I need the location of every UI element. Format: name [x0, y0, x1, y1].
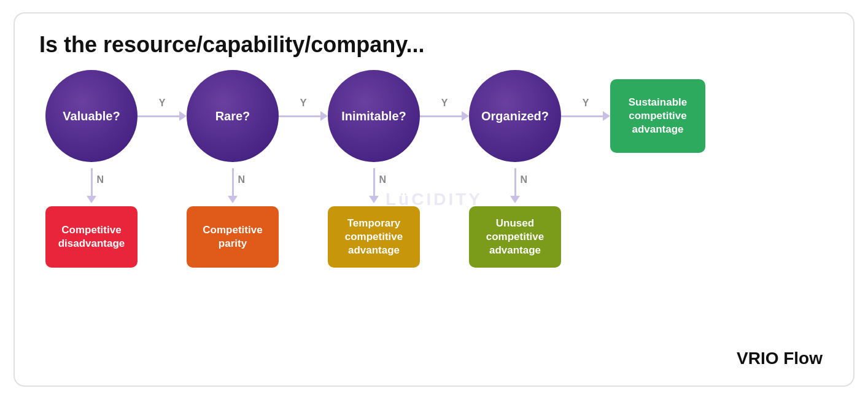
- vrio-card: LüCIDITY Is the resource/capability/comp…: [14, 12, 854, 387]
- outcome-temporary-competitive-advantage: Temporary competitive advantage: [328, 206, 420, 268]
- node-valuable: Valuable?: [45, 70, 138, 162]
- y-label-1: Y: [159, 98, 166, 109]
- n-label-4: N: [521, 174, 528, 185]
- connector-organized-sustainable: Y: [561, 111, 610, 121]
- node-rare: Rare?: [187, 70, 279, 162]
- outcome-competitive-disadvantage: Competitive disadvantage: [45, 206, 138, 268]
- page-title: Is the resource/capability/company...: [39, 32, 829, 58]
- connector-inimitable-organized: Y: [420, 111, 469, 121]
- outcome-competitive-parity: Competitive parity: [187, 206, 279, 268]
- y-label-2: Y: [300, 98, 307, 109]
- col-unused-competitive-advantage: N Unused competitive advantage: [469, 168, 561, 268]
- col-competitive-disadvantage: N Competitive disadvantage: [45, 168, 138, 268]
- flow-area: Valuable? Y Rare? Y Inimitable?: [39, 70, 829, 373]
- node-organized: Organized?: [469, 70, 561, 162]
- outcome-unused-competitive-advantage: Unused competitive advantage: [469, 206, 561, 268]
- node-inimitable: Inimitable?: [328, 70, 420, 162]
- connector-valuable-rare: Y: [138, 111, 187, 121]
- col-temporary-competitive-advantage: N Temporary competitive advantage: [328, 168, 420, 268]
- vrio-flow-label: VRIO Flow: [737, 349, 823, 368]
- top-row: Valuable? Y Rare? Y Inimitable?: [39, 70, 829, 162]
- connector-rare-inimitable: Y: [279, 111, 328, 121]
- n-label-1: N: [97, 174, 104, 185]
- bottom-row: N Competitive disadvantage N: [39, 168, 829, 268]
- sustainable-advantage-box: Sustainable competitive advantage: [610, 79, 705, 153]
- col-competitive-parity: N Competitive parity: [187, 168, 279, 268]
- n-label-3: N: [379, 174, 387, 185]
- n-label-2: N: [238, 174, 246, 185]
- y-label-4: Y: [583, 98, 589, 109]
- y-label-3: Y: [441, 98, 448, 109]
